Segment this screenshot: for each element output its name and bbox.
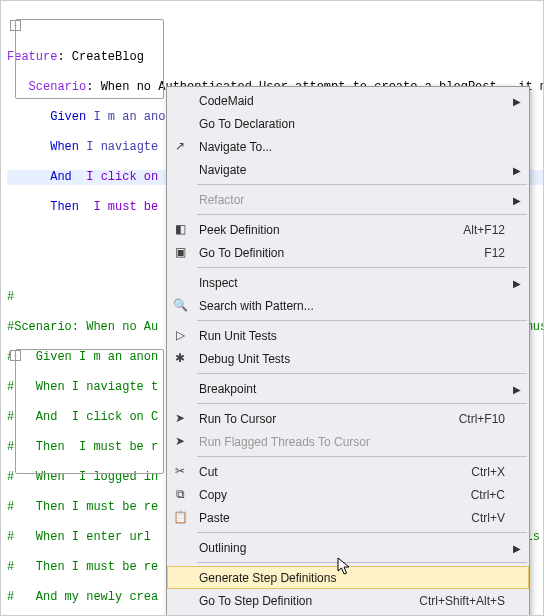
paste-icon: 📋 xyxy=(172,509,188,525)
comment-line: # And my newly crea xyxy=(7,590,158,604)
menu-item-generate-step-definitions[interactable]: Generate Step Definitions xyxy=(167,566,529,589)
comment-line: #Scenario: When no Au xyxy=(7,320,158,334)
menu-item-label: Run Unit Tests xyxy=(199,329,505,343)
menu-separator xyxy=(197,562,527,563)
menu-item-label: Outlining xyxy=(199,541,505,555)
menu-item-debug-unit-tests[interactable]: ✱Debug Unit Tests xyxy=(167,347,529,370)
menu-item-outlining[interactable]: Outlining▶ xyxy=(167,536,529,559)
submenu-arrow-icon: ▶ xyxy=(513,194,521,205)
menu-item-label: Go To Definition xyxy=(199,246,484,260)
given-keyword: Given xyxy=(50,110,86,124)
submenu-arrow-icon: ▶ xyxy=(513,95,521,106)
menu-shortcut: Ctrl+X xyxy=(471,465,505,479)
run-icon: ▷ xyxy=(172,327,188,343)
menu-item-label: Cut xyxy=(199,465,471,479)
comment-line: # Then I must be re xyxy=(7,500,158,514)
menu-item-label: Go To Declaration xyxy=(199,117,505,131)
menu-separator xyxy=(197,532,527,533)
menu-item-copy[interactable]: ⧉CopyCtrl+C xyxy=(167,483,529,506)
menu-item-label: Debug Unit Tests xyxy=(199,352,505,366)
menu-item-cut[interactable]: ✂CutCtrl+X xyxy=(167,460,529,483)
menu-separator xyxy=(197,456,527,457)
and-keyword: And xyxy=(50,170,72,184)
menu-item-codemaid[interactable]: CodeMaid▶ xyxy=(167,89,529,112)
comment-line: # xyxy=(7,290,14,304)
menu-item-paste[interactable]: 📋PasteCtrl+V xyxy=(167,506,529,529)
menu-shortcut: Ctrl+F10 xyxy=(459,412,505,426)
runcursor-icon: ➤ xyxy=(172,410,188,426)
menu-separator xyxy=(197,184,527,185)
context-menu: CodeMaid▶Go To Declaration↗Navigate To..… xyxy=(166,86,530,616)
menu-item-label: Navigate xyxy=(199,163,505,177)
then-keyword: Then xyxy=(50,200,79,214)
peek-icon: ◧ xyxy=(172,221,188,237)
menu-item-label: Inspect xyxy=(199,276,505,290)
search-icon: 🔍 xyxy=(172,297,188,313)
feature-title: CreateBlog xyxy=(72,50,144,64)
submenu-arrow-icon: ▶ xyxy=(513,277,521,288)
menu-shortcut: Ctrl+C xyxy=(471,488,505,502)
submenu-arrow-icon: ▶ xyxy=(513,383,521,394)
comment-line: # Then I must be r xyxy=(7,440,158,454)
menu-item-label: Peek Definition xyxy=(199,223,463,237)
menu-item-run-to-cursor[interactable]: ➤Run To CursorCtrl+F10 xyxy=(167,407,529,430)
menu-item-label: Go To Step Definition xyxy=(199,594,419,608)
comment-line: # When I naviagte t xyxy=(7,380,158,394)
menu-item-search-with-pattern[interactable]: 🔍Search with Pattern... xyxy=(167,294,529,317)
comment-line: # Given I m an anon xyxy=(7,350,158,364)
when-keyword: When xyxy=(50,140,79,154)
comment-line: # Then I must be re xyxy=(7,560,158,574)
menu-item-peek-definition[interactable]: ◧Peek DefinitionAlt+F12 xyxy=(167,218,529,241)
menu-item-run-unit-tests[interactable]: ▷Run Unit Tests xyxy=(167,324,529,347)
step-text: I click on C xyxy=(86,170,172,184)
menu-item-label: Generate Step Definitions xyxy=(199,571,505,585)
copy-icon: ⧉ xyxy=(172,486,188,502)
menu-shortcut: Alt+F12 xyxy=(463,223,505,237)
comment-line: # And I click on C xyxy=(7,410,158,424)
bug-icon: ✱ xyxy=(172,350,188,366)
cut-icon: ✂ xyxy=(172,463,188,479)
submenu-arrow-icon: ▶ xyxy=(513,164,521,175)
menu-shortcut: Ctrl+Shift+Alt+S xyxy=(419,594,505,608)
nav-icon: ↗ xyxy=(172,138,188,154)
menu-item-go-to-definition[interactable]: ▣Go To DefinitionF12 xyxy=(167,241,529,264)
menu-item-label: Navigate To... xyxy=(199,140,505,154)
menu-item-navigate-to[interactable]: ↗Navigate To... xyxy=(167,135,529,158)
menu-shortcut: F12 xyxy=(484,246,505,260)
menu-item-label: Copy xyxy=(199,488,471,502)
menu-separator xyxy=(197,373,527,374)
submenu-arrow-icon: ▶ xyxy=(513,542,521,553)
menu-item-refactor: Refactor▶ xyxy=(167,188,529,211)
comment-line: # When I logged in xyxy=(7,470,158,484)
fold-handle-icon[interactable]: - xyxy=(10,20,21,31)
comment-line: # When I enter url xyxy=(7,530,151,544)
fold-handle-icon[interactable]: - xyxy=(10,350,21,361)
menu-shortcut: Ctrl+V xyxy=(471,511,505,525)
goto-icon: ▣ xyxy=(172,244,188,260)
menu-separator xyxy=(197,403,527,404)
menu-item-inspect[interactable]: Inspect▶ xyxy=(167,271,529,294)
runcursor-icon: ➤ xyxy=(172,433,188,449)
menu-item-go-to-step-definition[interactable]: Go To Step DefinitionCtrl+Shift+Alt+S xyxy=(167,589,529,612)
menu-item-go-to-declaration[interactable]: Go To Declaration xyxy=(167,112,529,135)
menu-item-label: Run Flagged Threads To Cursor xyxy=(199,435,505,449)
menu-separator xyxy=(197,267,527,268)
menu-item-breakpoint[interactable]: Breakpoint▶ xyxy=(167,377,529,400)
menu-item-label: CodeMaid xyxy=(199,94,505,108)
menu-item-run-flagged-threads-to-cursor: ➤Run Flagged Threads To Cursor xyxy=(167,430,529,453)
feature-keyword: Feature xyxy=(7,50,57,64)
menu-item-label: Paste xyxy=(199,511,471,525)
menu-item-navigate[interactable]: Navigate▶ xyxy=(167,158,529,181)
menu-item-label: Run To Cursor xyxy=(199,412,459,426)
menu-item-label: Refactor xyxy=(199,193,505,207)
menu-separator xyxy=(197,214,527,215)
scenario-keyword: Scenario xyxy=(29,80,87,94)
step-text: I must be r xyxy=(93,200,172,214)
menu-item-label: Search with Pattern... xyxy=(199,299,505,313)
menu-item-label: Breakpoint xyxy=(199,382,505,396)
menu-separator xyxy=(197,320,527,321)
